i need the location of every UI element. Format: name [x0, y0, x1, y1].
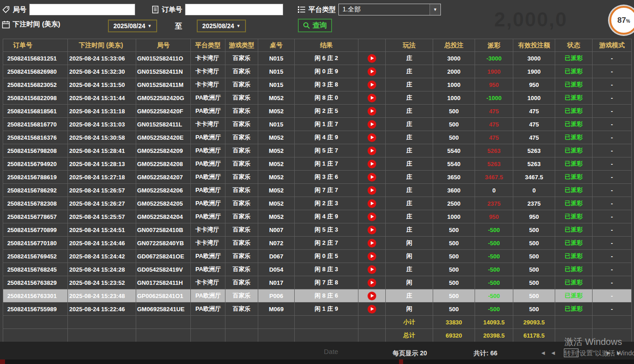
table-row[interactable]: 250824156816770 2025-08-24 15:31:03 GN01… — [3, 118, 632, 131]
platform-cell: 卡卡湾厅 — [191, 276, 225, 289]
bet-side-cell: 闲 — [386, 303, 433, 316]
valid-bet-cell: 500 — [513, 263, 555, 276]
play-replay-button[interactable] — [368, 199, 376, 208]
table-row[interactable]: 250824156755989 2025-08-24 15:22:46 GM06… — [3, 303, 632, 316]
play-replay-button[interactable] — [368, 81, 376, 89]
table-row[interactable]: 250824156782308 2025-08-24 15:26:27 GM05… — [3, 197, 632, 210]
round-id-cell: GM05225824206 — [136, 184, 191, 197]
round-id-cell: GM05225824209 — [136, 144, 191, 157]
play-replay-button[interactable] — [368, 265, 376, 274]
valid-bet-cell: 500 — [513, 289, 555, 303]
play-replay-button[interactable] — [368, 305, 376, 313]
play-replay-button[interactable] — [368, 133, 376, 142]
play-replay-button[interactable] — [368, 54, 376, 63]
date-to-picker[interactable]: 2025/08/24 ▼ — [197, 20, 246, 32]
round-id-cell: GN0152582411L — [136, 118, 191, 131]
result-cell: 闲 3 庄 6 — [295, 171, 358, 184]
result-cell: 闲 0 庄 9 — [295, 65, 358, 78]
table-row[interactable]: 250824156831251 2025-08-24 15:33:06 GN01… — [3, 52, 632, 65]
bet-side-cell: 闲 — [386, 276, 433, 289]
battery-percentage-badge[interactable]: 87% — [609, 6, 634, 35]
prev-page-button[interactable]: ◄ — [550, 349, 556, 356]
replay-cell — [358, 237, 386, 250]
table-row[interactable]: 250824156822098 2025-08-24 15:31:44 GM05… — [3, 91, 632, 105]
replay-cell — [358, 131, 386, 144]
round-input[interactable] — [29, 4, 135, 15]
bet-side-cell: 庄 — [386, 144, 433, 157]
status-badge: 已派彩 — [555, 210, 593, 223]
last-page-button[interactable]: ► — [616, 349, 622, 356]
order-input[interactable] — [185, 4, 283, 15]
valid-bet-cell: 500 — [513, 276, 555, 289]
game-mode-cell: - — [593, 250, 632, 263]
list-icon — [297, 6, 306, 13]
order-id-cell: 250824156786292 — [3, 184, 68, 197]
play-replay-button[interactable] — [368, 186, 376, 195]
bet-time-cell: 2025-08-24 15:26:27 — [68, 197, 136, 210]
game-mode-cell: - — [593, 131, 632, 144]
table-row[interactable]: 250824156770180 2025-08-24 15:24:46 GN07… — [3, 237, 632, 250]
play-replay-button[interactable] — [368, 147, 376, 155]
play-replay-button[interactable] — [368, 107, 376, 116]
game-mode-cell: - — [593, 184, 632, 197]
table-row[interactable]: 250824156770899 2025-08-24 15:24:51 GN00… — [3, 223, 632, 237]
play-replay-button[interactable] — [368, 252, 376, 261]
status-badge: 已派彩 — [555, 131, 593, 144]
table-row[interactable]: 250824156786292 2025-08-24 15:26:57 GM05… — [3, 184, 632, 197]
order-id-cell: 250824156769452 — [3, 250, 68, 263]
table-row[interactable]: 250824156818561 2025-08-24 15:31:18 GM05… — [3, 105, 632, 118]
play-replay-button[interactable] — [368, 278, 376, 287]
play-replay-button[interactable] — [368, 173, 376, 182]
date-from-picker[interactable]: 2025/08/24 ▼ — [108, 20, 157, 32]
table-row[interactable]: 250824156768245 2025-08-24 15:24:28 GD05… — [3, 263, 632, 276]
replay-cell — [358, 144, 386, 157]
payout-cell: 2375 — [475, 197, 513, 210]
table-row[interactable]: 250824156794920 2025-08-24 15:28:13 GM05… — [3, 157, 632, 171]
play-replay-button[interactable] — [368, 292, 376, 300]
play-replay-button[interactable] — [368, 212, 376, 221]
subtotal-label: 小计 — [386, 316, 433, 329]
header-result: 结果 — [295, 39, 358, 52]
platform-cell: 卡卡湾厅 — [191, 223, 225, 237]
order-id-cell: 250824156770899 — [3, 223, 68, 237]
total-bet-cell: 1000 — [433, 91, 475, 105]
page-number-input[interactable] — [564, 349, 578, 357]
table-row[interactable]: 250824156826980 2025-08-24 15:32:30 GN01… — [3, 65, 632, 78]
table-row[interactable]: 250824156816376 2025-08-24 15:30:58 GM05… — [3, 131, 632, 144]
play-replay-button[interactable] — [368, 67, 376, 76]
result-cell: 闲 2 庄 5 — [295, 105, 358, 118]
round-id-cell: GM05225824208 — [136, 157, 191, 171]
play-replay-button[interactable] — [368, 120, 376, 129]
query-button[interactable]: 查询 — [298, 19, 332, 32]
next-page-button[interactable]: ► — [606, 349, 612, 356]
table-no-cell: N015 — [258, 78, 295, 91]
first-page-button[interactable]: ◄ — [540, 349, 546, 356]
status-badge: 已派彩 — [555, 52, 593, 65]
replay-cell — [358, 276, 386, 289]
game-mode-cell: - — [593, 303, 632, 316]
status-badge: 已派彩 — [555, 118, 593, 131]
order-id-cell: 250824156782308 — [3, 197, 68, 210]
table-row[interactable]: 250824156788619 2025-08-24 15:27:18 GM05… — [3, 171, 632, 184]
subtotal-total-bet: 33830 — [433, 316, 475, 329]
platform-select[interactable]: 1.全部 ▼ — [338, 4, 441, 15]
play-replay-button[interactable] — [368, 160, 376, 168]
table-row[interactable]: 250824156763829 2025-08-24 15:23:52 GN01… — [3, 276, 632, 289]
table-row[interactable]: 250824156769452 2025-08-24 15:24:42 GD06… — [3, 250, 632, 263]
play-replay-button[interactable] — [368, 239, 376, 248]
bet-side-cell: 庄 — [386, 157, 433, 171]
play-replay-button[interactable] — [368, 226, 376, 234]
status-badge: 已派彩 — [555, 157, 593, 171]
table-no-cell: M052 — [258, 105, 295, 118]
round-id-cell: GM0522582420F — [136, 105, 191, 118]
table-row[interactable]: 250824156778657 2025-08-24 15:25:57 GM05… — [3, 210, 632, 223]
red-corner-chip — [0, 359, 5, 364]
play-replay-button[interactable] — [368, 94, 376, 102]
table-row[interactable]: 250824156763301 2025-08-24 15:23:48 GP00… — [3, 289, 632, 303]
table-no-cell: N015 — [258, 65, 295, 78]
total-bet-cell: 1000 — [433, 210, 475, 223]
game-mode-cell: - — [593, 263, 632, 276]
table-row[interactable]: 250824156798208 2025-08-24 15:28:41 GM05… — [3, 144, 632, 157]
bet-time-cell: 2025-08-24 15:27:18 — [68, 171, 136, 184]
table-row[interactable]: 250824156823052 2025-08-24 15:31:50 GN01… — [3, 78, 632, 91]
